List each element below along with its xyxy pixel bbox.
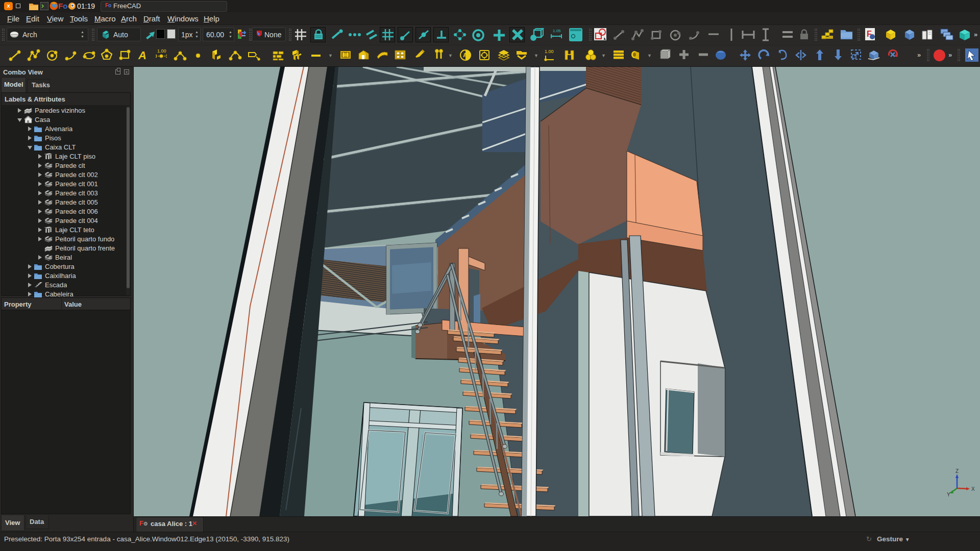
svg-text:A: A [138, 49, 146, 62]
svg-text:1.00: 1.00 [157, 48, 166, 54]
svg-text:Y: Y [947, 492, 950, 497]
svg-text:1.00: 1.00 [545, 49, 554, 54]
svg-text:A: A [463, 52, 467, 58]
svg-text:Z: Z [955, 468, 959, 474]
svg-text:1.05: 1.05 [553, 29, 561, 33]
svg-text:X: X [971, 486, 975, 492]
